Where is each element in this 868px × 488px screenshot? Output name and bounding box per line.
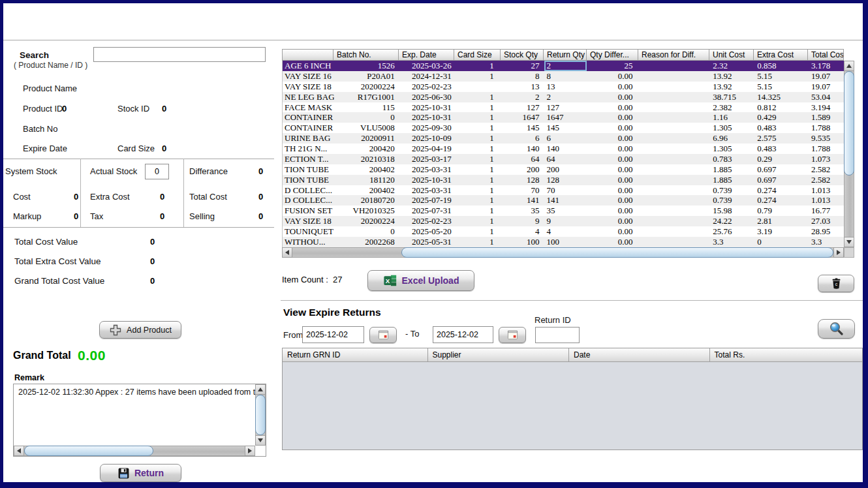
remark-scroll-right-button[interactable]	[245, 446, 255, 456]
table-row[interactable]: AGE 6 INCH15262025-03-261272252.320.8583…	[283, 61, 844, 71]
cell-ret[interactable]: 64	[544, 154, 587, 164]
cell-ret[interactable]: 2	[544, 92, 587, 102]
table-row[interactable]: D COLLEC...2004022025-03-31170700.000.73…	[283, 185, 844, 196]
returns-column-header-total-rs[interactable]: Total Rs.	[710, 348, 862, 362]
cell-name: ECTION T...	[283, 154, 334, 164]
cell-ret[interactable]: 70	[544, 185, 587, 196]
remark-scroll-down-button[interactable]	[255, 435, 266, 446]
items-table-header: Batch No.Exp. DateCard SizeStock QtyRetu…	[282, 49, 844, 61]
cell-ret[interactable]: 35	[544, 206, 587, 216]
column-header-return-qty[interactable]: Return Qty	[544, 49, 587, 61]
table-row[interactable]: TH 21G N...2004202025-04-1911401400.001.…	[283, 144, 844, 154]
cell-extra: 0.274	[754, 185, 808, 196]
expire-return-window: Search ( Product Name / ID ) Product Nam…	[0, 0, 868, 488]
remark-scroll-up-button[interactable]	[255, 384, 266, 395]
cell-ret[interactable]: 13	[544, 82, 587, 92]
cell-card: 1	[455, 237, 501, 247]
table-row[interactable]: URINE BAG202009112025-10-091660.006.962.…	[283, 133, 844, 144]
column-header-extra-cost[interactable]: Extra Cost	[754, 49, 808, 61]
cell-exp: 2025-03-31	[399, 164, 455, 175]
cell-ret[interactable]: 141	[544, 195, 587, 206]
cell-ret[interactable]: 8	[544, 71, 587, 82]
cell-ret[interactable]: 9	[544, 216, 587, 226]
cell-ret[interactable]: 2	[544, 61, 587, 71]
cell-total: 19.07	[808, 82, 844, 92]
cell-ret[interactable]: 145	[544, 123, 587, 133]
column-header-total-cos[interactable]: Total Cos...	[808, 49, 844, 61]
cell-ret[interactable]: 200	[544, 164, 587, 175]
cell-unit: 1.885	[709, 175, 754, 185]
cell-extra: 3.19	[754, 226, 808, 237]
to-date-input[interactable]	[433, 326, 493, 343]
column-header-product[interactable]	[282, 49, 333, 61]
clear-button[interactable]: c	[818, 275, 854, 292]
table-row[interactable]: CONTAINER02025-10-311164716470.001.160.4…	[283, 112, 844, 123]
items-vscroll-thumb[interactable]	[844, 71, 854, 175]
table-row[interactable]: VAY SIZE 18202002242025-02-2313130.0013.…	[283, 82, 844, 92]
column-header-batch-no[interactable]: Batch No.	[333, 49, 399, 61]
cell-ret[interactable]: 100	[544, 237, 587, 247]
returns-column-header-date[interactable]: Date	[569, 348, 710, 362]
search-returns-button[interactable]	[818, 319, 855, 339]
table-row[interactable]: NE LEG BAGR17G10012025-06-301220.0038.71…	[283, 92, 844, 102]
cell-stock: 13	[501, 82, 544, 92]
table-row[interactable]: FACE MASK1152025-10-3111271270.002.3820.…	[283, 102, 844, 113]
items-scroll-left-button[interactable]	[282, 247, 292, 258]
table-row[interactable]: WITHOU...20022682025-05-3111001000.003.3…	[283, 237, 844, 247]
column-header-qty-differ[interactable]: Qty Differ...	[587, 49, 638, 61]
remark-vscroll-thumb[interactable]	[255, 395, 266, 435]
search-input[interactable]	[93, 47, 266, 62]
return-button[interactable]: Return	[100, 464, 181, 482]
cell-batch: 181120	[334, 175, 399, 185]
return-id-input[interactable]	[535, 327, 580, 343]
returns-table-header: Return GRN IDSupplierDateTotal Rs.	[283, 348, 862, 362]
cell-ret[interactable]: 140	[544, 144, 587, 154]
cell-diff: 0.00	[587, 71, 638, 82]
returns-column-header-return-grn-id[interactable]: Return GRN ID	[283, 348, 428, 362]
items-hscroll-thumb[interactable]	[401, 247, 833, 258]
from-date-input[interactable]	[302, 326, 364, 343]
actual-stock-input[interactable]	[145, 164, 169, 179]
items-scroll-down-button[interactable]	[844, 237, 854, 247]
cell-ret[interactable]: 6	[544, 133, 587, 144]
section-divider	[281, 300, 863, 301]
tax-value: 0	[160, 211, 164, 221]
remark-scroll-left-button[interactable]	[14, 446, 24, 456]
cell-ret[interactable]: 127	[544, 102, 587, 113]
table-row[interactable]: TION TUBE2004022025-03-3112002000.001.88…	[283, 164, 844, 175]
column-header-unit-cost[interactable]: Unit Cost	[709, 49, 754, 61]
excel-upload-button[interactable]: X Excel Upload	[367, 270, 474, 291]
cell-ret[interactable]: 4	[544, 226, 587, 237]
cell-card: 1	[455, 102, 501, 113]
cell-reason	[638, 206, 709, 216]
table-row[interactable]: CONTAINERVLU50082025-09-3011451450.001.3…	[283, 123, 844, 133]
items-scroll-right-button[interactable]	[833, 247, 844, 258]
cell-reason	[638, 226, 709, 237]
cell-card: 1	[455, 61, 501, 71]
to-date-picker-button[interactable]	[499, 327, 526, 343]
column-header-exp-date[interactable]: Exp. Date	[399, 49, 454, 61]
column-header-reason-for-diff[interactable]: Reason for Diff.	[638, 49, 709, 61]
cell-ret[interactable]: 128	[544, 175, 587, 185]
column-header-stock-qty[interactable]: Stock Qty	[501, 49, 544, 61]
table-row[interactable]: D COLLEC...201807202025-07-1911411410.00…	[283, 195, 844, 206]
system-stock-label: System Stock	[5, 166, 57, 176]
column-header-card-size[interactable]: Card Size	[454, 49, 501, 61]
table-row[interactable]: VAY SIZE 18202002242025-02-231990.0024.2…	[283, 216, 844, 226]
table-row[interactable]: TOUNIQUET02025-05-201440.0025.763.1928.9…	[283, 226, 844, 237]
table-row[interactable]: TION TUBE1811202025-10-3111281280.001.88…	[283, 175, 844, 185]
cell-ret[interactable]: 1647	[544, 112, 587, 123]
remark-hscroll-thumb[interactable]	[24, 446, 153, 456]
table-row[interactable]: ECTION T...202103182025-03-17164640.000.…	[283, 154, 844, 164]
table-row[interactable]: FUSION SETVH20103252025-07-31135350.0015…	[283, 206, 844, 216]
table-row[interactable]: VAY SIZE 16P20A012024-12-311880.0013.925…	[283, 71, 844, 82]
items-scroll-up-button[interactable]	[844, 61, 854, 71]
grid-top-line	[3, 159, 274, 159]
cell-card: 1	[455, 154, 501, 164]
add-product-button[interactable]: Add Product	[99, 321, 181, 339]
remark-textarea[interactable]: 2025-12-02 11:32:30 Appex : 27 items hav…	[13, 384, 266, 457]
total-extra-cost-value: 0	[150, 256, 155, 266]
returns-column-header-supplier[interactable]: Supplier	[428, 348, 570, 362]
from-date-picker-button[interactable]	[369, 327, 397, 343]
product-id-label: Product ID	[23, 104, 63, 114]
